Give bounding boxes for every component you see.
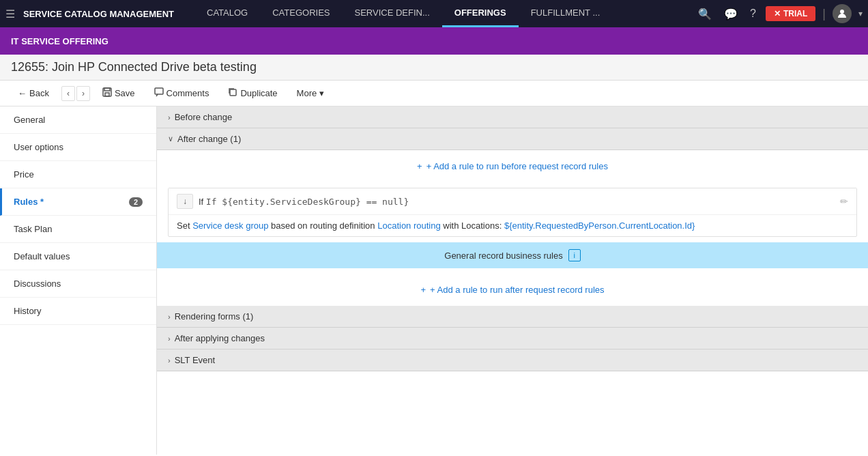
rule-action-link[interactable]: Service desk group	[192, 220, 268, 231]
hamburger-icon[interactable]: ☰	[5, 8, 15, 20]
app-title: SERVICE CATALOG MANAGEMENT	[23, 9, 174, 19]
more-button[interactable]: More ▾	[290, 85, 332, 101]
record-title: 12655: Join HP Connected Drive beta test…	[0, 55, 868, 81]
add-rule-before-plus-icon: +	[417, 161, 422, 171]
prev-record-button[interactable]: ‹	[61, 86, 75, 101]
section-header: IT SERVICE OFFERING	[0, 27, 868, 55]
avatar[interactable]	[833, 4, 852, 23]
rendering-forms-expand-icon: ›	[168, 313, 171, 321]
sidebar: General User options Price Rules * 2 Tas…	[0, 106, 157, 455]
nav-item-catalog[interactable]: CATALOG	[194, 0, 260, 27]
sidebar-item-task-plan-label: Task Plan	[14, 224, 52, 234]
sidebar-item-task-plan[interactable]: Task Plan	[0, 216, 156, 243]
sidebar-item-general[interactable]: General	[0, 106, 156, 134]
rule-if-label: If	[199, 197, 206, 207]
rendering-forms-label: Rendering forms (1)	[175, 311, 254, 322]
business-rules-bar: General record business rules i	[157, 242, 868, 268]
trial-button[interactable]: ✕ TRIAL	[766, 6, 815, 21]
trial-label: TRIAL	[783, 9, 807, 18]
more-label: More	[297, 88, 317, 98]
trial-x-icon: ✕	[774, 9, 781, 18]
comments-button[interactable]: Comments	[147, 85, 216, 102]
before-change-label: Before change	[175, 112, 233, 122]
before-change-section[interactable]: › Before change	[157, 106, 868, 128]
sidebar-item-discussions-label: Discussions	[14, 279, 61, 289]
sidebar-item-user-options[interactable]: User options	[0, 134, 156, 161]
slt-event-label: SLT Event	[175, 355, 216, 365]
save-icon	[102, 87, 112, 99]
back-button[interactable]: ← Back	[11, 85, 56, 101]
main-layout: General User options Price Rules * 2 Tas…	[0, 106, 868, 455]
rule-routing-suffix: with Locations:	[443, 220, 502, 231]
chevron-down-icon[interactable]: ▾	[858, 9, 863, 18]
sidebar-item-price-label: Price	[14, 169, 34, 180]
nav-item-service-defin[interactable]: SERVICE DEFIN...	[343, 0, 442, 27]
sidebar-item-rules-label: Rules *	[14, 197, 44, 207]
rule-condition-code: If ${entity.ServiceDeskGroup} == null}	[206, 197, 409, 207]
duplicate-label: Duplicate	[240, 88, 277, 98]
after-applying-expand-icon: ›	[168, 334, 171, 343]
rule-body: Set Service desk group based on routing …	[169, 214, 856, 236]
after-applying-section[interactable]: › After applying changes	[157, 328, 868, 350]
record-nav-arrows: ‹ ›	[61, 86, 90, 101]
nav-items: CATALOG CATEGORIES SERVICE DEFIN... OFFE…	[194, 0, 695, 27]
chat-icon[interactable]: 💬	[721, 5, 740, 23]
rule-header: ↓ If If ${entity.ServiceDeskGroup} == nu…	[169, 188, 856, 214]
rule-action-suffix: based on routing definition	[271, 220, 375, 231]
svg-rect-2	[104, 88, 110, 91]
back-label: Back	[29, 88, 49, 98]
add-rule-before-button[interactable]: + + Add a rule to run before request rec…	[157, 150, 868, 182]
svg-rect-3	[105, 93, 109, 96]
sidebar-item-default-values-label: Default values	[14, 251, 70, 261]
duplicate-icon	[228, 87, 237, 99]
section-header-label: IT SERVICE OFFERING	[11, 36, 108, 46]
search-icon[interactable]: 🔍	[695, 5, 714, 23]
rule-routing-link[interactable]: Location routing	[377, 220, 441, 231]
rules-badge: 2	[129, 197, 143, 207]
rendering-forms-section[interactable]: › Rendering forms (1)	[157, 306, 868, 328]
more-chevron-icon: ▾	[319, 88, 324, 98]
add-rule-after-plus-icon: +	[420, 285, 426, 295]
sidebar-item-discussions[interactable]: Discussions	[0, 270, 156, 298]
save-label: Save	[115, 88, 135, 98]
add-rule-after-label: + Add a rule to run after request record…	[430, 285, 604, 295]
rule-edit-icon[interactable]: ✏	[840, 196, 848, 207]
sidebar-item-price[interactable]: Price	[0, 161, 156, 188]
next-record-button[interactable]: ›	[76, 86, 90, 101]
after-change-label: After change (1)	[177, 134, 241, 144]
info-icon[interactable]: i	[568, 249, 581, 261]
rule-routing-value[interactable]: ${entity.RequestedByPerson.CurrentLocati…	[504, 220, 695, 231]
nav-item-fulfillment[interactable]: FULFILLMENT ...	[519, 0, 613, 27]
nav-item-offerings[interactable]: OFFERINGS	[442, 0, 519, 27]
top-navigation: ☰ SERVICE CATALOG MANAGEMENT CATALOG CAT…	[0, 0, 868, 27]
rule-condition: If If ${entity.ServiceDeskGroup} == null…	[199, 197, 835, 207]
nav-item-categories[interactable]: CATEGORIES	[260, 0, 342, 27]
help-icon[interactable]: ?	[747, 5, 759, 23]
sort-button[interactable]: ↓	[177, 194, 193, 209]
after-change-collapse-icon: ∨	[168, 134, 173, 143]
duplicate-button[interactable]: Duplicate	[221, 85, 284, 102]
after-change-section[interactable]: ∨ After change (1)	[157, 128, 868, 150]
sidebar-item-general-label: General	[14, 115, 45, 125]
content-area: › Before change ∨ After change (1) + + A…	[157, 106, 868, 455]
sidebar-item-rules[interactable]: Rules * 2	[0, 188, 156, 216]
sidebar-item-user-options-label: User options	[14, 142, 63, 152]
sidebar-item-default-values[interactable]: Default values	[0, 243, 156, 270]
sidebar-item-history-label: History	[14, 306, 41, 316]
nav-divider: |	[822, 7, 826, 21]
comments-label: Comments	[167, 88, 209, 98]
slt-event-section[interactable]: › SLT Event	[157, 350, 868, 371]
add-rule-after-button[interactable]: + + Add a rule to run after request reco…	[157, 274, 868, 306]
sidebar-item-history[interactable]: History	[0, 298, 156, 325]
svg-rect-5	[230, 89, 236, 96]
back-arrow-icon: ←	[18, 88, 27, 98]
svg-point-0	[840, 10, 844, 14]
before-change-expand-icon: ›	[168, 113, 171, 122]
rule-set-label: Set	[177, 220, 190, 231]
nav-right: 🔍 💬 ? ✕ TRIAL | ▾	[695, 4, 863, 23]
svg-rect-4	[155, 88, 163, 94]
add-rule-before-label: + Add a rule to run before request recor…	[426, 161, 608, 171]
toolbar: ← Back ‹ › Save Comments Duplicate More …	[0, 81, 868, 106]
save-button[interactable]: Save	[96, 85, 142, 102]
slt-event-expand-icon: ›	[168, 356, 171, 365]
